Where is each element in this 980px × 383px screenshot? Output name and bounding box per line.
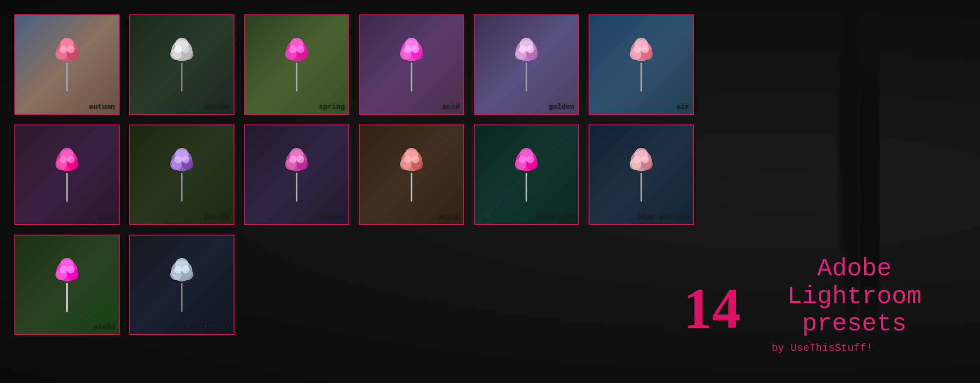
presets-row-1: autumn winter — [14, 14, 694, 115]
svg-point-34 — [526, 45, 534, 53]
preset-label-glad: glad — [98, 213, 115, 221]
preset-dark-selenium[interactable]: dark selenium — [129, 235, 234, 335]
svg-point-20 — [297, 45, 304, 53]
preset-label-summer: summer — [319, 213, 345, 221]
svg-point-12 — [174, 45, 182, 53]
svg-point-96 — [174, 266, 182, 273]
preset-label-rustic: rustic — [204, 213, 230, 221]
svg-point-68 — [404, 156, 412, 163]
info-subtitle: by UseThisStuff! — [683, 342, 961, 354]
svg-point-69 — [412, 156, 419, 163]
svg-point-5 — [59, 45, 67, 53]
svg-point-89 — [59, 266, 67, 273]
preset-label-spring: spring — [319, 103, 345, 111]
preset-saturated[interactable]: saturated — [474, 124, 579, 225]
svg-point-55 — [182, 156, 189, 163]
preset-spring[interactable]: spring — [244, 14, 349, 115]
preset-autumn[interactable]: autumn — [14, 14, 120, 115]
presets-row-2: glad rustic — [14, 124, 694, 225]
svg-point-26 — [404, 45, 412, 53]
preset-label-aspic: aspic — [438, 213, 459, 221]
preset-label-blue-vintage: blue vintage — [637, 213, 689, 221]
svg-point-54 — [174, 156, 182, 163]
preset-acid[interactable]: acid — [359, 14, 464, 115]
svg-point-13 — [182, 45, 189, 53]
preset-blue-vintage[interactable]: blue vintage — [589, 124, 694, 225]
svg-point-97 — [182, 266, 189, 273]
svg-point-27 — [412, 45, 419, 53]
info-headline: 14 Adobe Lightroom presets — [683, 255, 961, 338]
svg-point-40 — [634, 45, 641, 53]
preset-label-winter: winter — [204, 103, 230, 111]
svg-point-47 — [59, 156, 67, 163]
preset-winter[interactable]: winter — [129, 14, 234, 115]
svg-point-82 — [634, 156, 641, 163]
svg-point-61 — [289, 156, 297, 163]
presets-row-3: vivid dark selenium — [14, 235, 694, 335]
svg-point-6 — [67, 45, 75, 53]
preset-label-autumn: autumn — [89, 103, 115, 111]
preset-label-saturated: saturated — [535, 213, 574, 221]
svg-point-41 — [641, 45, 649, 53]
preset-summer[interactable]: summer — [244, 124, 349, 225]
info-panel: 14 Adobe Lightroom presets by UseThisStu… — [683, 255, 961, 354]
presets-grid: autumn winter — [14, 14, 694, 335]
preset-label-air: air — [676, 103, 689, 111]
svg-point-19 — [289, 45, 297, 53]
preset-count: 14 — [683, 280, 741, 338]
preset-rustic[interactable]: rustic — [129, 124, 234, 225]
preset-air[interactable]: air — [589, 14, 694, 115]
preset-label-vivid: vivid — [93, 323, 115, 331]
svg-point-83 — [641, 156, 649, 163]
svg-point-33 — [519, 45, 526, 53]
preset-label-acid: acid — [442, 103, 459, 111]
svg-point-90 — [67, 266, 75, 273]
svg-point-62 — [297, 156, 304, 163]
svg-point-76 — [526, 156, 534, 163]
preset-vivid[interactable]: vivid — [14, 235, 120, 335]
preset-aspic[interactable]: aspic — [359, 124, 464, 225]
preset-label-dark-selenium: dark selenium — [174, 323, 230, 331]
svg-point-48 — [67, 156, 75, 163]
info-title: Adobe Lightroom presets — [748, 255, 961, 338]
preset-glad[interactable]: glad — [14, 124, 120, 225]
preset-golden[interactable]: golden — [474, 14, 579, 115]
preset-label-golden: golden — [548, 103, 574, 111]
svg-point-75 — [519, 156, 526, 163]
